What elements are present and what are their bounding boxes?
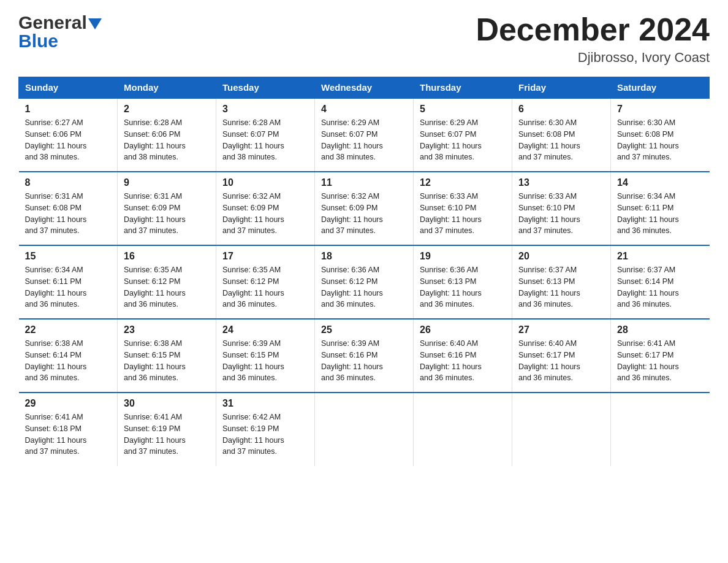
day-info: Sunrise: 6:37 AM Sunset: 6:14 PM Dayligh… bbox=[617, 264, 703, 310]
calendar-day-cell: 7Sunrise: 6:30 AM Sunset: 6:08 PM Daylig… bbox=[611, 98, 710, 172]
calendar-day-cell: 28Sunrise: 6:41 AM Sunset: 6:17 PM Dayli… bbox=[611, 319, 710, 393]
calendar-day-cell: 30Sunrise: 6:41 AM Sunset: 6:19 PM Dayli… bbox=[118, 393, 216, 466]
calendar-day-cell: 4Sunrise: 6:29 AM Sunset: 6:07 PM Daylig… bbox=[315, 98, 414, 172]
day-of-week-header: Monday bbox=[118, 77, 216, 99]
day-number: 15 bbox=[25, 251, 112, 262]
day-info: Sunrise: 6:39 AM Sunset: 6:15 PM Dayligh… bbox=[222, 338, 308, 384]
day-info: Sunrise: 6:37 AM Sunset: 6:13 PM Dayligh… bbox=[518, 264, 604, 310]
calendar-day-cell: 24Sunrise: 6:39 AM Sunset: 6:15 PM Dayli… bbox=[216, 319, 315, 393]
day-info: Sunrise: 6:35 AM Sunset: 6:12 PM Dayligh… bbox=[124, 264, 210, 310]
days-of-week-row: SundayMondayTuesdayWednesdayThursdayFrid… bbox=[19, 77, 710, 99]
calendar-week-row: 15Sunrise: 6:34 AM Sunset: 6:11 PM Dayli… bbox=[19, 245, 710, 319]
calendar-day-cell bbox=[414, 393, 512, 466]
day-number: 7 bbox=[617, 104, 703, 115]
day-info: Sunrise: 6:36 AM Sunset: 6:12 PM Dayligh… bbox=[321, 264, 407, 310]
calendar-day-cell: 13Sunrise: 6:33 AM Sunset: 6:10 PM Dayli… bbox=[512, 172, 611, 245]
calendar-day-cell: 18Sunrise: 6:36 AM Sunset: 6:12 PM Dayli… bbox=[315, 245, 414, 319]
day-of-week-header: Friday bbox=[512, 77, 611, 99]
day-info: Sunrise: 6:30 AM Sunset: 6:08 PM Dayligh… bbox=[518, 117, 604, 163]
calendar-day-cell bbox=[315, 393, 414, 466]
day-of-week-header: Saturday bbox=[611, 77, 710, 99]
page-title: December 2024 bbox=[476, 12, 710, 47]
day-of-week-header: Sunday bbox=[19, 77, 118, 99]
day-number: 9 bbox=[124, 177, 210, 188]
calendar-day-cell: 11Sunrise: 6:32 AM Sunset: 6:09 PM Dayli… bbox=[315, 172, 414, 245]
calendar-day-cell: 10Sunrise: 6:32 AM Sunset: 6:09 PM Dayli… bbox=[216, 172, 315, 245]
day-number: 13 bbox=[518, 177, 604, 188]
calendar-day-cell: 27Sunrise: 6:40 AM Sunset: 6:17 PM Dayli… bbox=[512, 319, 611, 393]
day-number: 26 bbox=[420, 324, 506, 335]
day-info: Sunrise: 6:28 AM Sunset: 6:06 PM Dayligh… bbox=[124, 117, 210, 163]
day-info: Sunrise: 6:41 AM Sunset: 6:17 PM Dayligh… bbox=[617, 338, 703, 384]
day-number: 27 bbox=[518, 324, 604, 335]
logo: General Blue bbox=[18, 12, 102, 52]
calendar-day-cell: 23Sunrise: 6:38 AM Sunset: 6:15 PM Dayli… bbox=[118, 319, 216, 393]
day-info: Sunrise: 6:31 AM Sunset: 6:09 PM Dayligh… bbox=[124, 191, 210, 237]
calendar-body: 1Sunrise: 6:27 AM Sunset: 6:06 PM Daylig… bbox=[19, 98, 710, 466]
day-number: 8 bbox=[25, 177, 112, 188]
day-number: 23 bbox=[124, 324, 210, 335]
day-info: Sunrise: 6:33 AM Sunset: 6:10 PM Dayligh… bbox=[420, 191, 506, 237]
day-info: Sunrise: 6:35 AM Sunset: 6:12 PM Dayligh… bbox=[222, 264, 308, 310]
day-info: Sunrise: 6:40 AM Sunset: 6:16 PM Dayligh… bbox=[420, 338, 506, 384]
calendar-day-cell: 8Sunrise: 6:31 AM Sunset: 6:08 PM Daylig… bbox=[19, 172, 118, 245]
day-of-week-header: Wednesday bbox=[315, 77, 414, 99]
calendar-day-cell bbox=[611, 393, 710, 466]
day-info: Sunrise: 6:36 AM Sunset: 6:13 PM Dayligh… bbox=[420, 264, 506, 310]
day-info: Sunrise: 6:38 AM Sunset: 6:15 PM Dayligh… bbox=[124, 338, 210, 384]
day-info: Sunrise: 6:29 AM Sunset: 6:07 PM Dayligh… bbox=[321, 117, 407, 163]
day-info: Sunrise: 6:34 AM Sunset: 6:11 PM Dayligh… bbox=[617, 191, 703, 237]
day-info: Sunrise: 6:27 AM Sunset: 6:06 PM Dayligh… bbox=[25, 117, 112, 163]
calendar-day-cell: 15Sunrise: 6:34 AM Sunset: 6:11 PM Dayli… bbox=[19, 245, 118, 319]
day-info: Sunrise: 6:38 AM Sunset: 6:14 PM Dayligh… bbox=[25, 338, 112, 384]
day-info: Sunrise: 6:32 AM Sunset: 6:09 PM Dayligh… bbox=[222, 191, 308, 237]
day-number: 1 bbox=[25, 104, 112, 115]
day-number: 17 bbox=[222, 251, 308, 262]
day-info: Sunrise: 6:42 AM Sunset: 6:19 PM Dayligh… bbox=[222, 412, 308, 458]
calendar-day-cell: 12Sunrise: 6:33 AM Sunset: 6:10 PM Dayli… bbox=[414, 172, 512, 245]
calendar-week-row: 1Sunrise: 6:27 AM Sunset: 6:06 PM Daylig… bbox=[19, 98, 710, 172]
page-subtitle: Djibrosso, Ivory Coast bbox=[476, 50, 710, 66]
calendar-week-row: 8Sunrise: 6:31 AM Sunset: 6:08 PM Daylig… bbox=[19, 172, 710, 245]
calendar-day-cell: 26Sunrise: 6:40 AM Sunset: 6:16 PM Dayli… bbox=[414, 319, 512, 393]
day-info: Sunrise: 6:29 AM Sunset: 6:07 PM Dayligh… bbox=[420, 117, 506, 163]
day-number: 22 bbox=[25, 324, 112, 335]
calendar-day-cell: 25Sunrise: 6:39 AM Sunset: 6:16 PM Dayli… bbox=[315, 319, 414, 393]
calendar-header: SundayMondayTuesdayWednesdayThursdayFrid… bbox=[19, 77, 710, 99]
day-info: Sunrise: 6:40 AM Sunset: 6:17 PM Dayligh… bbox=[518, 338, 604, 384]
day-number: 5 bbox=[420, 104, 506, 115]
header: General Blue December 2024 Djibrosso, Iv… bbox=[18, 12, 710, 66]
calendar-day-cell: 17Sunrise: 6:35 AM Sunset: 6:12 PM Dayli… bbox=[216, 245, 315, 319]
day-number: 11 bbox=[321, 177, 407, 188]
calendar-day-cell: 5Sunrise: 6:29 AM Sunset: 6:07 PM Daylig… bbox=[414, 98, 512, 172]
day-info: Sunrise: 6:28 AM Sunset: 6:07 PM Dayligh… bbox=[222, 117, 308, 163]
day-info: Sunrise: 6:33 AM Sunset: 6:10 PM Dayligh… bbox=[518, 191, 604, 237]
calendar-day-cell: 16Sunrise: 6:35 AM Sunset: 6:12 PM Dayli… bbox=[118, 245, 216, 319]
calendar-day-cell: 22Sunrise: 6:38 AM Sunset: 6:14 PM Dayli… bbox=[19, 319, 118, 393]
logo-triangle-icon bbox=[88, 18, 102, 29]
day-number: 6 bbox=[518, 104, 604, 115]
calendar-day-cell: 14Sunrise: 6:34 AM Sunset: 6:11 PM Dayli… bbox=[611, 172, 710, 245]
day-number: 21 bbox=[617, 251, 703, 262]
day-number: 16 bbox=[124, 251, 210, 262]
day-number: 31 bbox=[222, 398, 308, 409]
day-number: 30 bbox=[124, 398, 210, 409]
calendar-day-cell: 31Sunrise: 6:42 AM Sunset: 6:19 PM Dayli… bbox=[216, 393, 315, 466]
day-number: 20 bbox=[518, 251, 604, 262]
day-of-week-header: Tuesday bbox=[216, 77, 315, 99]
calendar-day-cell: 20Sunrise: 6:37 AM Sunset: 6:13 PM Dayli… bbox=[512, 245, 611, 319]
calendar-table: SundayMondayTuesdayWednesdayThursdayFrid… bbox=[18, 77, 710, 466]
day-number: 10 bbox=[222, 177, 308, 188]
day-info: Sunrise: 6:31 AM Sunset: 6:08 PM Dayligh… bbox=[25, 191, 112, 237]
title-area: December 2024 Djibrosso, Ivory Coast bbox=[476, 12, 710, 66]
day-info: Sunrise: 6:32 AM Sunset: 6:09 PM Dayligh… bbox=[321, 191, 407, 237]
day-number: 19 bbox=[420, 251, 506, 262]
day-of-week-header: Thursday bbox=[414, 77, 512, 99]
day-number: 14 bbox=[617, 177, 703, 188]
day-number: 18 bbox=[321, 251, 407, 262]
logo-general-text: General bbox=[18, 12, 87, 33]
day-info: Sunrise: 6:41 AM Sunset: 6:19 PM Dayligh… bbox=[124, 412, 210, 458]
day-number: 2 bbox=[124, 104, 210, 115]
day-number: 25 bbox=[321, 324, 407, 335]
day-number: 12 bbox=[420, 177, 506, 188]
